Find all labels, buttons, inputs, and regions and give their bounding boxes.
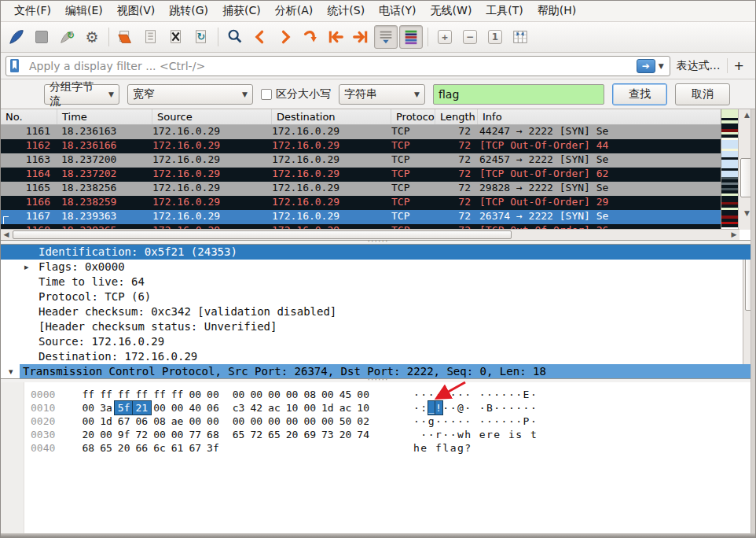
display-filter-input[interactable]: Apply a display filter ... <Ctrl-/> ➔ ▼ <box>6 56 670 76</box>
hex-byte[interactable]: 10 <box>283 401 301 415</box>
column-header-length[interactable]: Length <box>435 109 478 124</box>
expanded-arrow-icon[interactable]: ▾ <box>9 364 13 379</box>
hex-byte[interactable]: ff <box>79 388 97 401</box>
restart-capture-icon[interactable]: ↻ <box>55 25 79 49</box>
hex-byte[interactable]: 00 <box>319 388 337 401</box>
hex-byte[interactable]: c3 <box>229 401 248 415</box>
close-file-icon[interactable] <box>164 25 188 49</box>
ascii-column[interactable]: ··············E· <box>413 388 538 401</box>
hex-byte[interactable]: 73 <box>319 428 337 441</box>
ascii-column[interactable]: ··g···········P· <box>413 415 538 428</box>
hex-byte[interactable]: 20 <box>115 441 133 455</box>
hex-byte[interactable]: 3f <box>204 441 222 455</box>
reload-file-icon[interactable]: ↻ <box>189 25 213 49</box>
hex-byte[interactable]: 00 <box>97 428 116 441</box>
hex-byte[interactable]: 00 <box>168 401 186 415</box>
expression-button[interactable]: 表达式… <box>670 59 727 73</box>
zoom-original-icon[interactable]: 1 <box>483 25 507 49</box>
scroll-right-icon[interactable]: ▶ <box>728 230 739 240</box>
hex-row-0010[interactable]: 0010003a5f2100004006c342ac10001dac10·:_!… <box>1 401 755 415</box>
display-filter-placeholder[interactable]: Apply a display filter ... <Ctrl-/> <box>24 60 637 72</box>
hex-byte[interactable]: ae <box>168 415 186 428</box>
hex-byte[interactable]: 00 <box>204 388 222 401</box>
search-type-select[interactable]: 字符串▼ <box>339 84 425 105</box>
colorize-icon[interactable] <box>399 25 423 49</box>
search-scope-select[interactable]: 分组字节流▼ <box>44 84 119 105</box>
column-header-protocol[interactable]: Protocol <box>391 109 435 124</box>
hex-byte[interactable]: 00 <box>248 388 266 401</box>
scroll-left-icon[interactable]: ◀ <box>1 230 12 240</box>
hex-byte[interactable]: 21 <box>133 401 151 415</box>
hex-byte[interactable]: 00 <box>186 415 204 428</box>
detail-line[interactable]: Time to live: 64 <box>1 275 755 289</box>
hex-byte[interactable]: 08 <box>151 415 169 428</box>
hex-byte[interactable]: 00 <box>168 428 186 441</box>
hex-byte[interactable]: 00 <box>229 415 248 428</box>
hex-byte[interactable]: 06 <box>133 415 151 428</box>
column-header-source[interactable]: Source <box>152 109 272 124</box>
hex-byte[interactable]: 02 <box>354 415 372 428</box>
hex-byte[interactable]: 65 <box>266 428 284 441</box>
detail-line[interactable]: [Header checksum status: Unverified] <box>1 319 755 334</box>
hex-byte[interactable]: 00 <box>229 388 248 401</box>
zoom-in-icon[interactable]: ＋ <box>433 25 457 49</box>
hex-byte[interactable]: 5f <box>115 401 133 415</box>
menu-item-6[interactable]: 统计(S) <box>320 2 372 20</box>
last-packet-icon[interactable] <box>349 25 372 49</box>
hex-byte[interactable]: 06 <box>204 401 222 415</box>
packet-row-1167[interactable]: 116718.239363172.16.0.29172.16.0.29TCP72… <box>1 210 722 224</box>
hex-byte[interactable]: 67 <box>115 415 133 428</box>
column-header-time[interactable]: Time <box>57 109 152 124</box>
save-file-icon[interactable] <box>139 25 163 49</box>
packet-row-1165[interactable]: 116518.238256172.16.0.29172.16.0.29TCP72… <box>1 182 722 196</box>
hex-byte[interactable]: 00 <box>319 415 337 428</box>
hex-byte[interactable]: 00 <box>79 415 97 428</box>
menu-item-3[interactable]: 跳转(G) <box>162 2 215 20</box>
stop-capture-icon[interactable] <box>30 25 53 49</box>
hex-byte[interactable]: 3a <box>97 401 116 415</box>
hex-byte[interactable]: 65 <box>97 441 116 455</box>
find-packet-icon[interactable] <box>223 25 247 49</box>
hex-byte[interactable]: ff <box>133 388 151 401</box>
menu-item-9[interactable]: 工具(T) <box>479 2 530 20</box>
hex-byte[interactable]: 00 <box>266 388 284 401</box>
hex-byte[interactable]: 00 <box>79 401 97 415</box>
detail-line[interactable]: Destination: 172.16.0.29 <box>1 349 755 364</box>
column-header-info[interactable]: Info <box>478 109 722 124</box>
hex-byte[interactable]: 08 <box>301 388 319 401</box>
packet-row-1166[interactable]: 116618.238259172.16.0.29172.16.0.29TCP72… <box>1 196 722 210</box>
hex-byte[interactable]: 72 <box>248 428 266 441</box>
detail-line[interactable]: Source: 172.16.0.29 <box>1 334 755 349</box>
hex-byte[interactable]: 77 <box>186 428 204 441</box>
hex-byte[interactable]: 20 <box>336 428 354 441</box>
add-filter-button[interactable]: + <box>727 58 750 73</box>
hex-byte[interactable]: 00 <box>283 388 301 401</box>
hex-byte[interactable]: 61 <box>168 441 186 455</box>
hex-byte[interactable]: ac <box>266 401 284 415</box>
hex-byte[interactable]: ff <box>168 388 186 401</box>
hex-byte[interactable]: 1d <box>319 401 337 415</box>
hex-byte[interactable]: 74 <box>354 428 372 441</box>
detail-line[interactable]: Protocol: TCP (6) <box>1 289 755 304</box>
hex-byte[interactable]: 00 <box>151 401 169 415</box>
hex-byte[interactable]: 45 <box>336 388 354 401</box>
hex-byte[interactable]: 00 <box>266 415 284 428</box>
packet-list-header[interactable]: No. Time Source Destination Protocol Len… <box>1 109 722 125</box>
hex-row-0000[interactable]: 0000ffffffffffff00000000000008004500····… <box>1 388 755 401</box>
detail-line[interactable]: Header checksum: 0xc342 [validation disa… <box>1 304 755 319</box>
hex-byte[interactable]: 50 <box>336 415 354 428</box>
packet-row-1161[interactable]: 116118.236163172.16.0.29172.16.0.29TCP72… <box>1 125 722 139</box>
search-input[interactable]: flag <box>433 84 604 105</box>
detail-line[interactable]: Identification: 0x5f21 (24353) <box>1 245 755 260</box>
start-capture-icon[interactable] <box>5 25 28 49</box>
open-file-icon[interactable] <box>114 25 138 49</box>
menu-item-7[interactable]: 电话(Y) <box>372 2 423 20</box>
hex-byte[interactable]: 72 <box>133 428 151 441</box>
zoom-out-icon[interactable]: − <box>458 25 482 49</box>
hex-byte[interactable]: 9f <box>115 428 133 441</box>
column-header-no[interactable]: No. <box>1 109 57 124</box>
hex-byte[interactable]: 6c <box>151 441 169 455</box>
ascii-column[interactable]: ·:_!··@··B······ <box>413 401 538 415</box>
menu-item-0[interactable]: 文件(F) <box>7 2 58 20</box>
hex-byte[interactable]: 00 <box>186 388 204 401</box>
